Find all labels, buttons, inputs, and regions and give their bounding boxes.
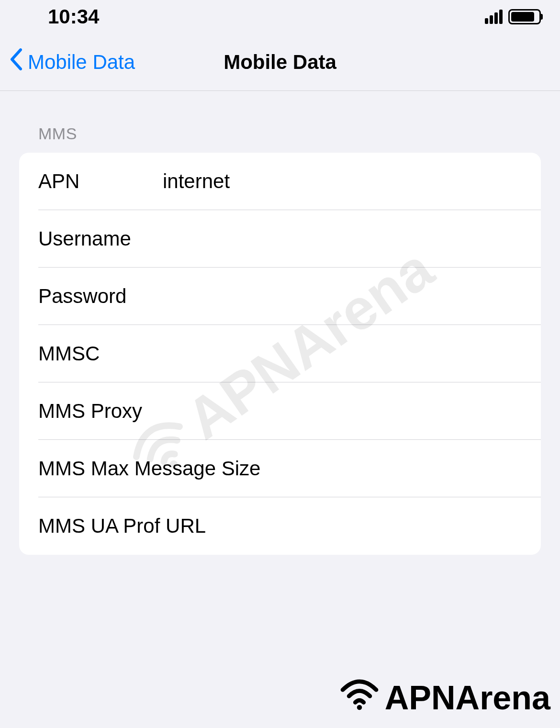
chevron-left-icon (10, 48, 22, 76)
row-label: MMS Proxy (38, 400, 163, 423)
status-bar: 10:34 (0, 0, 560, 34)
navigation-bar: Mobile Data Mobile Data (0, 34, 560, 91)
row-label: Password (38, 285, 163, 308)
status-time: 10:34 (48, 5, 99, 28)
settings-row-mmsc[interactable]: MMSC (19, 325, 541, 382)
back-button-label: Mobile Data (28, 51, 135, 74)
row-label: MMS UA Prof URL (38, 515, 206, 538)
mms-ua-prof-input[interactable] (206, 515, 522, 538)
settings-row-password[interactable]: Password (19, 268, 541, 325)
password-input[interactable] (163, 285, 522, 308)
back-button[interactable]: Mobile Data (0, 48, 135, 76)
mms-max-size-input[interactable] (260, 457, 522, 480)
apn-input[interactable] (163, 170, 522, 193)
mms-proxy-input[interactable] (163, 400, 522, 423)
svg-point-1 (357, 705, 362, 710)
row-label: MMSC (38, 342, 163, 365)
mmsc-input[interactable] (163, 342, 522, 365)
cellular-signal-icon (485, 10, 503, 24)
settings-row-username[interactable]: Username (19, 210, 541, 268)
row-label: Username (38, 227, 163, 250)
settings-row-mms-max-size[interactable]: MMS Max Message Size (19, 440, 541, 497)
page-title: Mobile Data (224, 51, 336, 74)
row-label: MMS Max Message Size (38, 457, 260, 480)
username-input[interactable] (163, 227, 522, 250)
settings-group-mms: APN Username Password MMSC MMS Proxy MMS… (19, 153, 541, 555)
settings-row-mms-ua-prof[interactable]: MMS UA Prof URL (19, 497, 541, 555)
row-label: APN (38, 170, 163, 193)
battery-icon (508, 9, 541, 24)
brand-logo: APNArena (338, 677, 550, 718)
settings-row-mms-proxy[interactable]: MMS Proxy (19, 382, 541, 440)
settings-row-apn[interactable]: APN (19, 153, 541, 210)
wifi-icon (338, 677, 381, 718)
section-header-mms: MMS (19, 91, 541, 153)
status-right (485, 9, 541, 24)
brand-text: APNArena (385, 679, 550, 717)
